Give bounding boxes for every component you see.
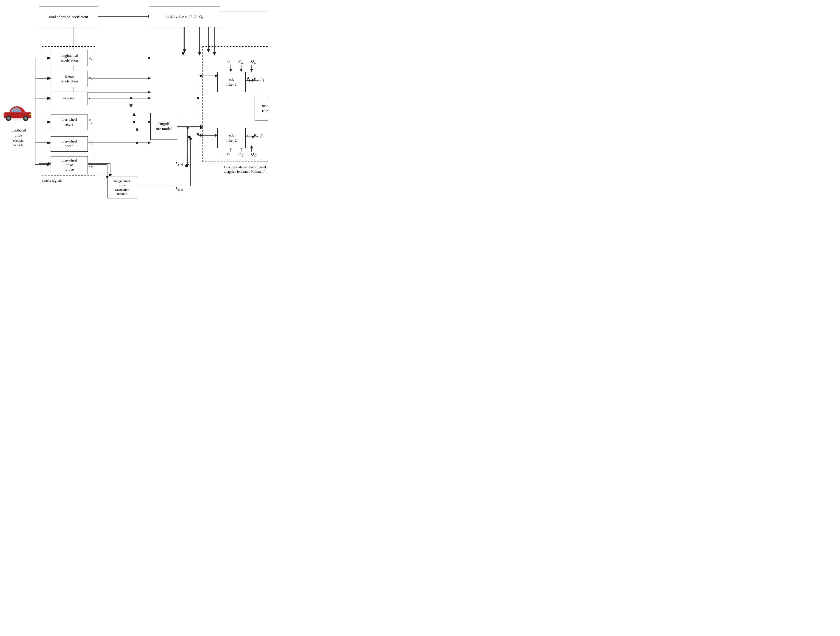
longitudinal-accel-box: longitudinalacceleration — [51, 50, 88, 66]
xf-bottom-label: xf — [227, 152, 230, 157]
svg-point-68 — [24, 117, 27, 120]
lateral-accel-box: lateralacceleration — [51, 71, 88, 87]
xhat2-label: x̂2 — [246, 133, 250, 139]
svg-point-59 — [197, 97, 199, 99]
beta2-label: β2 — [261, 133, 264, 139]
svg-point-19 — [133, 121, 135, 123]
diagram: road adhesion coefficient initial value … — [0, 0, 268, 202]
P1-label: P1 — [254, 77, 257, 82]
sensor-signals-label: sensor signals — [42, 178, 62, 183]
svg-point-69 — [30, 113, 32, 115]
four-wheel-angle-box: four-wheelangle — [51, 115, 88, 130]
svg-point-66 — [7, 117, 10, 120]
F-y-label: Fy_ij — [176, 161, 183, 166]
T-ij-label: Tij — [89, 163, 93, 168]
four-wheel-torque-box: four-wheeldrivetorque — [51, 156, 88, 174]
four-wheel-speed-box: four-wheelspeed — [51, 136, 88, 152]
Qs2-label: Qs2 — [251, 152, 257, 157]
delta-label: δij — [89, 118, 92, 124]
Ps1-label: Ps1 — [238, 59, 243, 64]
ay-label: ay — [89, 76, 92, 81]
driving-state-label: Driving state estimator based onadaptive… — [204, 165, 268, 174]
main-filter-box: mainfilter — [254, 97, 268, 120]
beta1-label: β1 — [261, 77, 264, 82]
omega-label: ωij — [89, 140, 93, 145]
svg-point-15 — [130, 97, 132, 99]
svg-point-31 — [187, 127, 189, 129]
dugoff-box: Dugofftire model — [150, 113, 177, 140]
gamma-label: γ — [89, 95, 90, 100]
xhat1-label: x̂1 — [246, 77, 250, 82]
P2-label: P2 — [254, 133, 257, 139]
Qs1-label: Qs1 — [251, 59, 257, 64]
road-adhesion-box: road adhesion coefficient — [39, 6, 98, 27]
long-force-box: longitudinalforcecalculationmodule — [107, 176, 137, 198]
svg-point-24 — [136, 142, 138, 144]
yaw-rate-box: yaw rate — [51, 91, 88, 105]
svg-point-70 — [3, 113, 5, 115]
car-illustration — [1, 101, 34, 125]
sub-filter-1-box: subfilter 1 — [217, 72, 246, 92]
distributed-drive-label: distributeddriveelectricvehicle — [1, 128, 35, 148]
ax-label: ax — [89, 55, 92, 60]
initial-value-box: initial value x0 P0 R0 Q0 — [149, 6, 220, 27]
xf-top-label: xf — [227, 59, 230, 64]
F-x-label: Fx_ij — [176, 186, 183, 191]
Ps2-label: Ps2 — [238, 152, 243, 157]
sub-filter-2-box: subfilter 2 — [217, 128, 246, 148]
